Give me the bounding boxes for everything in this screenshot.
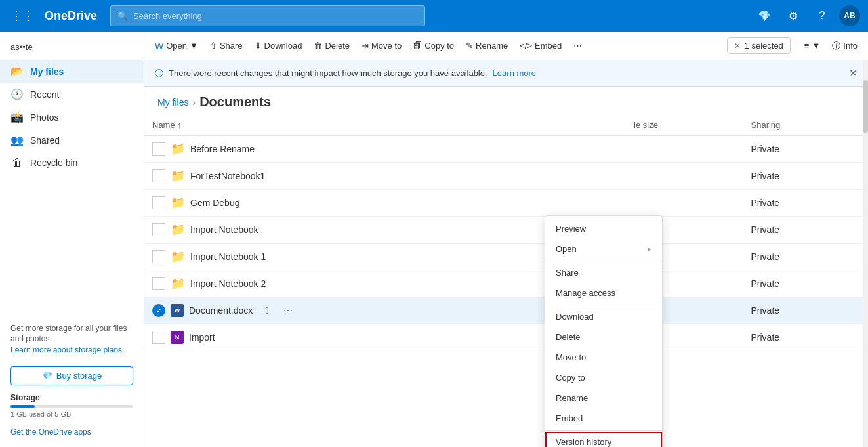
app-logo: OneDrive: [45, 9, 97, 23]
context-menu-item-manage-access[interactable]: Manage access: [545, 283, 662, 303]
context-menu-item-share[interactable]: Share: [545, 263, 662, 283]
file-sharing-cell: Private: [743, 270, 869, 297]
download-button[interactable]: ⇓ Download: [249, 37, 308, 54]
scrollbar-track[interactable]: [863, 60, 868, 447]
alert-close-button[interactable]: ✕: [849, 67, 858, 79]
storage-promo-link[interactable]: Learn more about storage plans.: [10, 345, 124, 354]
share-button[interactable]: ⇧ Share: [205, 37, 248, 54]
file-name: Import Notebook 1: [190, 251, 266, 262]
sidebar-item-recycle-bin[interactable]: 🗑 Recycle bin: [0, 152, 144, 174]
row-more-button[interactable]: ⋯: [281, 140, 299, 158]
context-menu-item-open[interactable]: Open▸: [545, 239, 662, 259]
row-checkbox[interactable]: [152, 331, 165, 344]
rename-icon: ✎: [466, 41, 473, 51]
sidebar-item-label: Photos: [30, 112, 59, 123]
table-row[interactable]: 📁 ForTestNotebook1 ⇧ ⋯ Private: [144, 163, 868, 190]
table-row[interactable]: 📁 Gem Debug ⇧ ⋯ Private: [144, 190, 868, 217]
row-share-button[interactable]: ⇧: [260, 140, 278, 158]
copy-to-button[interactable]: 🗐 Copy to: [408, 37, 459, 54]
row-checkbox[interactable]: [152, 142, 165, 156]
file-size-cell: [626, 190, 743, 217]
embed-button[interactable]: </> Embed: [514, 37, 567, 54]
row-more-button[interactable]: ⋯: [292, 274, 310, 293]
command-bar: W Open ▼ ⇧ Share ⇓ Download 🗑 Delete: [144, 32, 868, 60]
folder-icon: 📁: [171, 276, 185, 291]
row-more-button[interactable]: ⋯: [241, 328, 260, 347]
more-button[interactable]: ⋯: [568, 37, 587, 54]
row-share-button[interactable]: ⇧: [264, 221, 282, 239]
scrollbar-thumb[interactable]: [863, 80, 868, 133]
row-share-button[interactable]: ⇧: [220, 328, 239, 347]
context-menu-label: Open: [556, 244, 577, 254]
row-checkbox[interactable]: [152, 196, 165, 209]
row-more-button[interactable]: ⋯: [285, 221, 303, 239]
context-menu-label: Version history: [556, 437, 611, 447]
download-icon: ⇓: [255, 41, 262, 51]
sidebar-item-shared[interactable]: 👥 Shared: [0, 129, 144, 152]
sidebar-item-recent[interactable]: 🕐 Recent: [0, 83, 144, 106]
context-menu-label: Delete: [556, 332, 581, 342]
delete-button[interactable]: 🗑 Delete: [308, 37, 355, 54]
row-more-button[interactable]: ⋯: [279, 301, 297, 320]
row-share-button[interactable]: ⇧: [271, 247, 289, 266]
row-more-button[interactable]: ⋯: [292, 247, 310, 266]
settings-icon[interactable]: ⚙: [781, 4, 805, 28]
context-menu-item-copy-to[interactable]: Copy to: [545, 368, 662, 388]
waffle-menu-icon[interactable]: ⋮⋮: [8, 6, 37, 26]
row-checkbox[interactable]: ✓: [152, 304, 165, 317]
row-checkbox[interactable]: [152, 277, 165, 290]
file-sharing-cell: Private: [743, 190, 869, 217]
table-row[interactable]: 📁 Import Notebook ⇧ ⋯ Private: [144, 217, 868, 244]
help-icon[interactable]: ?: [810, 4, 834, 28]
buy-storage-button[interactable]: 💎 Buy storage: [10, 366, 133, 385]
context-menu-item-delete[interactable]: Delete: [545, 327, 662, 347]
table-row[interactable]: 📁 Before Rename ⇧ ⋯ Private: [144, 136, 868, 163]
row-checkbox[interactable]: [152, 223, 165, 236]
sidebar-item-my-files[interactable]: 📂 My files: [0, 60, 144, 83]
alert-learn-more-link[interactable]: Learn more: [493, 68, 536, 78]
row-more-button[interactable]: ⋯: [291, 167, 310, 185]
row-more-button[interactable]: ⋯: [266, 194, 284, 212]
context-menu-item-download[interactable]: Download: [545, 307, 662, 327]
sidebar-item-photos[interactable]: 📸 Photos: [0, 106, 144, 129]
alert-message: There were recent changes that might imp…: [169, 68, 487, 78]
table-row[interactable]: 📁 Import Notebook 2 ⇧ ⋯ Private: [144, 270, 868, 297]
diamond-icon: 💎: [42, 371, 52, 381]
context-menu-item-version-history[interactable]: Version history: [545, 432, 662, 447]
row-share-button[interactable]: ⇧: [270, 167, 289, 185]
file-name-cell: 📁 Before Rename ⇧ ⋯: [144, 136, 626, 163]
file-browser: My files › Documents Name ↑ le size Sh: [144, 87, 868, 447]
row-share-button[interactable]: ⇧: [271, 274, 289, 293]
search-placeholder: Search everything: [133, 11, 202, 21]
move-to-button[interactable]: ⇥ Move to: [356, 37, 407, 54]
info-button[interactable]: ⓘ Info: [827, 36, 863, 56]
file-name: Import Notebook 2: [190, 278, 266, 289]
photos-icon: 📸: [10, 111, 24, 123]
row-share-button[interactable]: ⇧: [258, 301, 276, 320]
col-sharing-header[interactable]: Sharing: [743, 115, 869, 136]
context-menu-label: Copy to: [556, 373, 585, 383]
col-size-header[interactable]: le size: [626, 115, 743, 136]
row-checkbox[interactable]: [152, 250, 165, 263]
avatar[interactable]: AB: [839, 5, 860, 26]
context-menu-item-rename[interactable]: Rename: [545, 388, 662, 408]
table-row[interactable]: ✓ W Document.docx ⇧ ⋯ 4 KB Private: [144, 297, 868, 324]
row-share-button[interactable]: ⇧: [245, 194, 263, 212]
diamond-icon[interactable]: 💎: [753, 4, 776, 28]
view-options-button[interactable]: ≡ ▼: [799, 37, 825, 54]
context-menu-item-embed[interactable]: Embed: [545, 408, 662, 429]
context-menu-item-preview[interactable]: Preview: [545, 219, 662, 239]
open-button[interactable]: W Open ▼: [150, 37, 203, 55]
breadcrumb-parent-link[interactable]: My files: [157, 97, 188, 108]
rename-button[interactable]: ✎ Rename: [461, 37, 513, 54]
table-row[interactable]: 📁 Import Notebook 1 ⇧ ⋯ Private: [144, 244, 868, 270]
selected-indicator[interactable]: ✕ 1 selected: [727, 37, 791, 54]
context-menu-item-move-to[interactable]: Move to: [545, 347, 662, 368]
row-checkbox[interactable]: [152, 169, 165, 182]
word-icon: W: [171, 304, 184, 317]
table-row[interactable]: N Import ⇧ ⋯ 10 MB Private: [144, 324, 868, 351]
copy-icon: 🗐: [413, 41, 422, 51]
get-apps-link[interactable]: Get the OneDrive apps: [10, 427, 91, 436]
col-name-header[interactable]: Name ↑: [144, 115, 626, 136]
search-bar[interactable]: 🔍 Search everything: [110, 5, 425, 26]
